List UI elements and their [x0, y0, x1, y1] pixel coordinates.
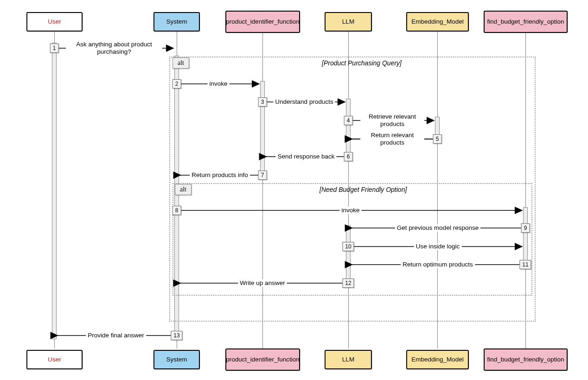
alt-guard-inner: [Need Budget Friendly Option] [320, 186, 407, 193]
msg-10: Use inside logic [414, 243, 462, 250]
msg-6: Send response back [275, 153, 336, 160]
participant-label: System [166, 18, 187, 25]
step-10: 10 [342, 242, 354, 251]
step-2: 2 [173, 79, 181, 89]
step-3: 3 [258, 97, 267, 107]
participant-label: product_identifier_function [226, 18, 299, 25]
step-8: 8 [173, 206, 181, 215]
sequence-diagram: User System product_identifier_function … [0, 0, 588, 380]
participant-emb-top: Embedding_Model [406, 12, 469, 32]
participant-llm-top: LLM [325, 12, 372, 32]
msg-5: Return relevant products [360, 132, 424, 146]
participant-pif-bottom: product_identifier_function [225, 348, 300, 371]
msg-13: Provide final answer [86, 332, 146, 339]
alt-label-outer: alt [173, 57, 189, 69]
step-11: 11 [519, 260, 531, 269]
participant-label: User [48, 18, 61, 25]
msg-7: Return products info [190, 171, 250, 179]
participant-fbfo-bottom: find_budget_friendly_option [484, 348, 568, 371]
msg-12: Write up answer [238, 279, 287, 287]
participant-label: User [48, 356, 61, 363]
participant-user-bottom: User [26, 350, 83, 369]
participant-system-bottom: System [153, 350, 200, 369]
alt-guard-outer: [Product Purchasing Query] [322, 59, 402, 67]
participant-label: product_identifier_function [226, 356, 299, 363]
msg-3: Understand products [273, 98, 335, 106]
participant-label: Embedding_Model [411, 356, 464, 363]
participant-label: Embedding_Model [411, 18, 464, 25]
step-9: 9 [521, 223, 530, 233]
participant-system-top: System [153, 12, 200, 32]
msg-1: Ask anything about product purchasing? [66, 41, 162, 56]
participant-label: find_budget_friendly_option [487, 18, 564, 25]
msg-11: Return optimum products [401, 261, 475, 268]
activation-user [52, 43, 57, 339]
step-1: 1 [50, 44, 59, 53]
msg-9: Get previous model response [395, 224, 480, 232]
alt-label-inner: alt [175, 184, 192, 195]
step-4: 4 [344, 116, 353, 125]
step-5: 5 [433, 134, 442, 144]
participant-label: LLM [342, 18, 354, 25]
participant-fbfo-top: find_budget_friendly_option [484, 11, 568, 33]
participant-user-top: User [26, 12, 83, 32]
step-6: 6 [344, 152, 353, 161]
step-12: 12 [342, 279, 354, 288]
msg-4: Retrieve relevant products [360, 113, 424, 128]
msg-8: invoke [339, 207, 361, 214]
participant-label: LLM [342, 356, 354, 363]
participant-emb-bottom: Embedding_Model [406, 350, 469, 369]
participant-pif-top: product_identifier_function [225, 11, 300, 33]
participant-llm-bottom: LLM [325, 350, 372, 369]
step-7: 7 [258, 171, 267, 180]
participant-label: System [166, 356, 187, 363]
msg-2: invoke [207, 80, 229, 88]
step-13: 13 [171, 331, 182, 340]
participant-label: find_budget_friendly_option [487, 356, 564, 363]
